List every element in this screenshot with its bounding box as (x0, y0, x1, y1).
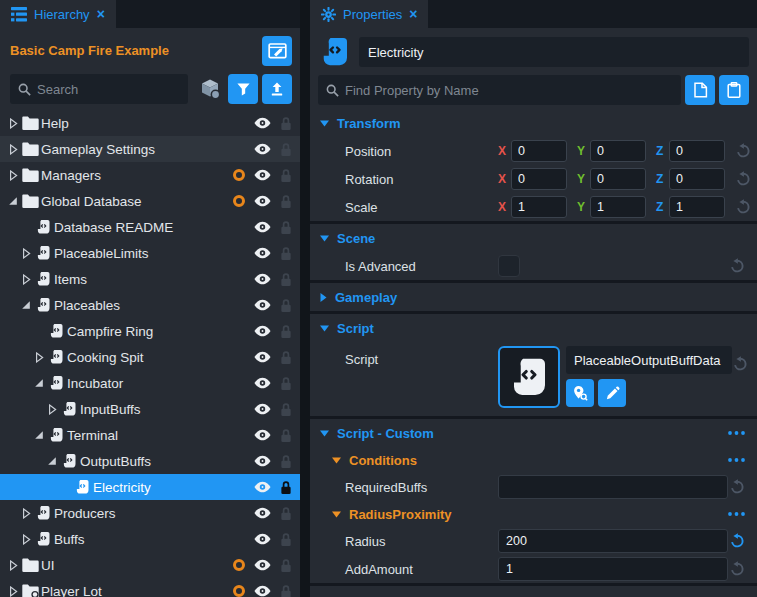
tree-row-database-readme[interactable]: Database README (0, 214, 300, 240)
expand-arrow-icon[interactable] (19, 508, 33, 519)
transform-input-scale-z[interactable] (669, 196, 725, 218)
lock-icon[interactable] (280, 558, 292, 573)
expand-arrow-icon[interactable] (6, 586, 20, 597)
expand-arrow-icon[interactable] (19, 248, 33, 259)
reset-button[interactable] (729, 479, 745, 495)
transform-input-position-x[interactable] (511, 140, 567, 162)
lock-icon[interactable] (280, 584, 292, 597)
transform-input-rotation-x[interactable] (511, 168, 567, 190)
tree-row-incubator[interactable]: Incubator (0, 370, 300, 396)
expand-arrow-icon[interactable] (19, 534, 33, 545)
is-advanced-checkbox[interactable] (498, 255, 520, 277)
eye-icon[interactable] (254, 559, 271, 571)
paste-properties-button[interactable] (719, 75, 749, 105)
transform-input-position-z[interactable] (669, 140, 725, 162)
eye-icon[interactable] (254, 143, 271, 155)
input-addamount[interactable] (498, 557, 728, 581)
eye-icon[interactable] (254, 247, 271, 259)
tree-row-cooking-spit[interactable]: Cooking Spit (0, 344, 300, 370)
eye-icon[interactable] (254, 377, 271, 389)
collapse-arrow-icon[interactable] (32, 378, 46, 388)
filter-button[interactable] (228, 74, 258, 104)
copy-properties-button[interactable] (685, 75, 715, 105)
upload-button[interactable] (262, 74, 292, 104)
expand-arrow-icon[interactable] (45, 404, 59, 415)
eye-icon[interactable] (254, 481, 271, 493)
expand-arrow-icon[interactable] (19, 274, 33, 285)
eye-icon[interactable] (254, 325, 271, 337)
tree-row-electricity[interactable]: Electricity (0, 474, 300, 500)
reset-button[interactable] (735, 199, 751, 215)
lock-icon[interactable] (280, 194, 292, 209)
expand-arrow-icon[interactable] (6, 118, 20, 129)
collapse-arrow-icon[interactable] (32, 430, 46, 440)
expand-arrow-icon[interactable] (32, 352, 46, 363)
tab-properties[interactable]: Properties × (310, 0, 428, 28)
close-icon[interactable]: × (97, 7, 105, 21)
eye-icon[interactable] (254, 195, 271, 207)
tree-row-items[interactable]: Items (0, 266, 300, 292)
level-settings-button[interactable] (262, 36, 292, 66)
eye-icon[interactable] (254, 351, 271, 363)
locate-script-button[interactable] (566, 379, 594, 407)
lock-icon[interactable] (280, 168, 292, 183)
lock-icon[interactable] (280, 532, 292, 547)
section-transform[interactable]: Transform (310, 109, 757, 137)
collapse-arrow-icon[interactable] (19, 300, 33, 310)
input-requiredbuffs[interactable] (498, 475, 728, 499)
lock-icon[interactable] (280, 142, 292, 157)
eye-icon[interactable] (254, 169, 271, 181)
reset-button[interactable] (735, 171, 751, 187)
edit-script-button[interactable] (598, 379, 626, 407)
tree-row-help[interactable]: Help (0, 110, 300, 136)
lock-icon[interactable] (280, 506, 292, 521)
expand-arrow-icon[interactable] (6, 560, 20, 571)
reset-button[interactable] (729, 258, 745, 274)
prefab-cube-button[interactable] (198, 77, 222, 101)
lock-icon[interactable] (280, 480, 292, 495)
tree-row-player-lot[interactable]: Player Lot (0, 578, 300, 597)
panel-splitter[interactable] (300, 0, 310, 597)
collapse-arrow-icon[interactable] (45, 456, 59, 466)
reset-button[interactable] (735, 143, 751, 159)
hierarchy-search-input[interactable] (37, 82, 180, 97)
collapse-arrow-icon[interactable] (6, 196, 20, 206)
tree-row-outputbuffs[interactable]: OutputBuffs (0, 448, 300, 474)
expand-arrow-icon[interactable] (6, 170, 20, 181)
transform-input-rotation-y[interactable] (590, 168, 646, 190)
tree-row-global-database[interactable]: Global Database (0, 188, 300, 214)
tree-row-buffs[interactable]: Buffs (0, 526, 300, 552)
lock-icon[interactable] (280, 272, 292, 287)
tree-row-managers[interactable]: Managers (0, 162, 300, 188)
eye-icon[interactable] (254, 455, 271, 467)
tree-row-inputbuffs[interactable]: InputBuffs (0, 396, 300, 422)
eye-icon[interactable] (254, 221, 271, 233)
section-script-custom[interactable]: Script - Custom (310, 419, 757, 447)
lock-icon[interactable] (280, 428, 292, 443)
transform-input-scale-x[interactable] (511, 196, 567, 218)
script-name-input[interactable] (566, 346, 732, 374)
tree-row-placeables[interactable]: Placeables (0, 292, 300, 318)
lock-icon[interactable] (280, 116, 292, 131)
lock-icon[interactable] (280, 350, 292, 365)
eye-icon[interactable] (254, 585, 271, 597)
eye-icon[interactable] (254, 117, 271, 129)
eye-icon[interactable] (254, 403, 271, 415)
lock-icon[interactable] (280, 454, 292, 469)
eye-icon[interactable] (254, 299, 271, 311)
lock-icon[interactable] (280, 220, 292, 235)
tree-row-placeablelimits[interactable]: PlaceableLimits (0, 240, 300, 266)
more-options-button[interactable] (728, 512, 745, 516)
eye-icon[interactable] (254, 429, 271, 441)
transform-input-rotation-z[interactable] (669, 168, 725, 190)
lock-icon[interactable] (280, 376, 292, 391)
lock-icon[interactable] (280, 246, 292, 261)
section-script[interactable]: Script (310, 314, 757, 342)
eye-icon[interactable] (254, 507, 271, 519)
transform-input-scale-y[interactable] (590, 196, 646, 218)
close-icon[interactable]: × (409, 7, 417, 21)
tree-row-gameplay-settings[interactable]: Gameplay Settings (0, 136, 300, 162)
subsection-conditions[interactable]: Conditions (310, 447, 757, 473)
expand-arrow-icon[interactable] (6, 144, 20, 155)
reset-button[interactable] (732, 356, 748, 372)
